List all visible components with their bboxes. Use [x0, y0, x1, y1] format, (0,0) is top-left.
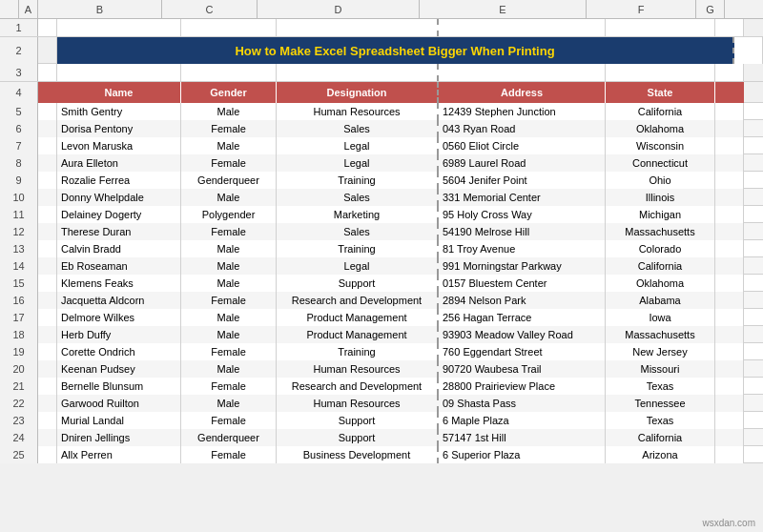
cell-a3[interactable] — [38, 64, 57, 81]
cell-address-11[interactable]: 95 Holy Cross Way — [439, 206, 606, 223]
cell-state-18[interactable]: Massachusetts — [606, 326, 715, 343]
cell-b3[interactable] — [57, 64, 181, 81]
cell-state-10[interactable]: Illinois — [606, 189, 715, 206]
cell-designation-20[interactable]: Human Resources — [277, 360, 439, 378]
cell-gender-7[interactable]: Male — [181, 137, 277, 154]
cell-c3[interactable] — [181, 64, 277, 81]
cell-address-23[interactable]: 6 Maple Plaza — [439, 412, 606, 429]
cell-designation-8[interactable]: Legal — [277, 154, 439, 172]
cell-state-17[interactable]: Iowa — [606, 309, 715, 326]
cell-a25[interactable] — [38, 446, 57, 463]
cell-name-13[interactable]: Calvin Bradd — [57, 240, 181, 257]
cell-name-24[interactable]: Dniren Jellings — [57, 429, 181, 446]
cell-name-14[interactable]: Eb Roseaman — [57, 257, 181, 275]
cell-state-13[interactable]: Colorado — [606, 240, 715, 257]
cell-gender-25[interactable]: Female — [181, 446, 277, 463]
cell-a21[interactable] — [38, 378, 57, 395]
cell-g16[interactable] — [715, 292, 744, 309]
cell-designation-14[interactable]: Legal — [277, 257, 439, 275]
cell-address-16[interactable]: 2894 Nelson Park — [439, 292, 606, 309]
cell-designation-7[interactable]: Legal — [277, 137, 439, 154]
cell-a15[interactable] — [38, 275, 57, 292]
cell-e3[interactable] — [439, 64, 606, 81]
cell-g18[interactable] — [715, 326, 744, 343]
cell-state-9[interactable]: Ohio — [606, 172, 715, 189]
cell-gender-15[interactable]: Male — [181, 275, 277, 292]
cell-gender-19[interactable]: Female — [181, 343, 277, 360]
cell-name-20[interactable]: Keenan Pudsey — [57, 360, 181, 378]
cell-g11[interactable] — [715, 206, 744, 223]
cell-name-16[interactable]: Jacquetta Aldcorn — [57, 292, 181, 309]
cell-a17[interactable] — [38, 309, 57, 326]
cell-address-22[interactable]: 09 Shasta Pass — [439, 395, 606, 412]
cell-name-18[interactable]: Herb Duffy — [57, 326, 181, 343]
cell-d1[interactable] — [277, 19, 439, 36]
cell-address-17[interactable]: 256 Hagan Terrace — [439, 309, 606, 326]
cell-g25[interactable] — [715, 446, 744, 463]
cell-name-11[interactable]: Delainey Dogerty — [57, 206, 181, 223]
cell-g12[interactable] — [715, 223, 744, 240]
cell-state-25[interactable]: Arizona — [606, 446, 715, 463]
cell-name-17[interactable]: Delmore Wilkes — [57, 309, 181, 326]
cell-g24[interactable] — [715, 429, 744, 446]
cell-address-12[interactable]: 54190 Melrose Hill — [439, 223, 606, 240]
cell-gender-5[interactable]: Male — [181, 103, 277, 120]
cell-g7[interactable] — [715, 137, 744, 154]
col-header-e[interactable]: E — [420, 0, 587, 18]
col-header-d[interactable]: D — [258, 0, 420, 18]
cell-gender-22[interactable]: Male — [181, 395, 277, 412]
cell-g13[interactable] — [715, 240, 744, 257]
cell-a20[interactable] — [38, 360, 57, 378]
cell-a16[interactable] — [38, 292, 57, 309]
cell-gender-20[interactable]: Male — [181, 360, 277, 378]
cell-designation-22[interactable]: Human Resources — [277, 395, 439, 412]
cell-address-19[interactable]: 760 Eggendart Street — [439, 343, 606, 360]
cell-name-25[interactable]: Allx Perren — [57, 446, 181, 463]
cell-name-21[interactable]: Bernelle Blunsum — [57, 378, 181, 395]
cell-state-5[interactable]: California — [606, 103, 715, 120]
cell-gender-10[interactable]: Male — [181, 189, 277, 206]
cell-f1[interactable] — [606, 19, 715, 36]
cell-name-19[interactable]: Corette Ondrich — [57, 343, 181, 360]
cell-gender-9[interactable]: Genderqueer — [181, 172, 277, 189]
cell-g14[interactable] — [715, 257, 744, 275]
cell-a11[interactable] — [38, 206, 57, 223]
cell-gender-24[interactable]: Genderqueer — [181, 429, 277, 446]
cell-g23[interactable] — [715, 412, 744, 429]
cell-g19[interactable] — [715, 343, 744, 360]
col-header-b[interactable]: B — [38, 0, 162, 18]
cell-address-14[interactable]: 991 Morningstar Parkway — [439, 257, 606, 275]
cell-g15[interactable] — [715, 275, 744, 292]
cell-address-18[interactable]: 93903 Meadow Valley Road — [439, 326, 606, 343]
cell-address-8[interactable]: 6989 Laurel Road — [439, 154, 606, 172]
cell-designation-19[interactable]: Training — [277, 343, 439, 360]
cell-state-21[interactable]: Texas — [606, 378, 715, 395]
cell-a18[interactable] — [38, 326, 57, 343]
cell-state-24[interactable]: California — [606, 429, 715, 446]
cell-gender-21[interactable]: Female — [181, 378, 277, 395]
cell-name-10[interactable]: Donny Whelpdale — [57, 189, 181, 206]
cell-gender-23[interactable]: Female — [181, 412, 277, 429]
cell-name-6[interactable]: Dorisa Pentony — [57, 120, 181, 137]
cell-state-11[interactable]: Michigan — [606, 206, 715, 223]
cell-a4[interactable] — [38, 82, 57, 103]
cell-gender-13[interactable]: Male — [181, 240, 277, 257]
cell-state-22[interactable]: Tennessee — [606, 395, 715, 412]
cell-a12[interactable] — [38, 223, 57, 240]
cell-designation-17[interactable]: Product Management — [277, 309, 439, 326]
cell-designation-21[interactable]: Research and Development — [277, 378, 439, 395]
cell-address-21[interactable]: 28800 Prairieview Place — [439, 378, 606, 395]
cell-state-23[interactable]: Texas — [606, 412, 715, 429]
cell-state-19[interactable]: New Jersey — [606, 343, 715, 360]
cell-g2[interactable] — [734, 37, 763, 64]
cell-address-24[interactable]: 57147 1st Hill — [439, 429, 606, 446]
cell-g8[interactable] — [715, 154, 744, 172]
cell-name-5[interactable]: Smith Gentry — [57, 103, 181, 120]
cell-a8[interactable] — [38, 154, 57, 172]
cell-designation-15[interactable]: Support — [277, 275, 439, 292]
cell-address-15[interactable]: 0157 Bluestem Center — [439, 275, 606, 292]
cell-gender-11[interactable]: Polygender — [181, 206, 277, 223]
cell-gender-16[interactable]: Female — [181, 292, 277, 309]
cell-name-9[interactable]: Rozalie Ferrea — [57, 172, 181, 189]
cell-designation-6[interactable]: Sales — [277, 120, 439, 137]
